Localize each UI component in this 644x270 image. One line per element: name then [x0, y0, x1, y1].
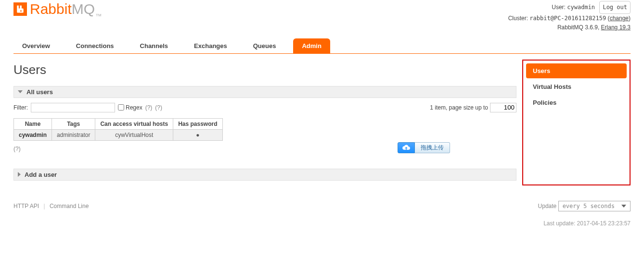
last-update-value: 2017-04-15 23:23:57 — [577, 220, 631, 227]
brand-tm: TM — [95, 13, 102, 17]
section-add-user-toggle[interactable]: Add a user — [13, 169, 516, 181]
last-update-label: Last update: — [543, 220, 575, 227]
filter-input[interactable] — [31, 103, 115, 112]
chevron-down-icon — [18, 90, 23, 93]
admin-sidebar: Users Virtual Hosts Policies — [522, 60, 631, 185]
table-row[interactable]: cywadmin administrator cywVirtualHost ● — [14, 129, 223, 140]
users-table: Name Tags Can access virtual hosts Has p… — [13, 118, 223, 141]
cmdline-link[interactable]: Command Line — [50, 203, 89, 209]
sidebar-item-vhosts[interactable]: Virtual Hosts — [526, 79, 627, 94]
tab-channels[interactable]: Channels — [131, 38, 177, 53]
col-tags[interactable]: Tags — [52, 118, 95, 129]
change-link[interactable]: change — [610, 15, 629, 22]
tab-connections[interactable]: Connections — [67, 38, 123, 53]
regex-checkbox-label[interactable]: Regex — [118, 104, 142, 111]
tab-admin[interactable]: Admin — [293, 38, 330, 53]
update-interval-select[interactable]: every 5 seconds — [558, 201, 631, 211]
drag-upload-text: 拖拽上传 — [415, 142, 450, 153]
col-vhosts[interactable]: Can access virtual hosts — [95, 118, 173, 129]
section-add-user-title: Add a user — [25, 171, 57, 178]
sidebar-item-users[interactable]: Users — [526, 63, 627, 78]
brand-text: RabbitMQTM — [30, 1, 102, 17]
section-all-users-toggle[interactable]: All users — [13, 86, 516, 98]
section-all-users-title: All users — [26, 88, 53, 96]
rabbitmq-icon — [13, 2, 27, 16]
drag-upload-widget[interactable]: 拖拽上传 — [398, 142, 450, 153]
brand-mq: MQ — [72, 1, 95, 17]
tab-queues[interactable]: Queues — [245, 38, 285, 53]
version-text: RabbitMQ 3.6.9, — [557, 24, 601, 31]
erlang-link[interactable]: Erlang 19.3 — [601, 24, 631, 31]
brand-logo: RabbitMQTM — [13, 1, 102, 17]
update-label: Update — [538, 203, 557, 209]
help-icon[interactable]: (?) — [145, 104, 153, 111]
item-count-text: 1 item, page size up to — [430, 104, 488, 111]
tab-overview[interactable]: Overview — [13, 38, 59, 53]
col-name[interactable]: Name — [14, 118, 52, 129]
cell-vhosts: cywVirtualHost — [95, 129, 173, 140]
brand-rabbit: Rabbit — [30, 1, 72, 17]
update-interval-value: every 5 seconds — [563, 203, 615, 209]
filter-label: Filter: — [13, 104, 28, 111]
user-name: cywadmin — [567, 4, 595, 11]
http-api-link[interactable]: HTTP API — [13, 203, 39, 209]
sidebar-item-policies[interactable]: Policies — [526, 95, 627, 110]
footer-links: HTTP API | Command Line — [13, 203, 89, 209]
cell-password: ● — [173, 129, 222, 140]
tab-exchanges[interactable]: Exchanges — [185, 38, 236, 53]
cluster-name: rabbit@PC-201611282159 — [529, 15, 606, 22]
cell-tags: administrator — [52, 129, 95, 140]
help-icon[interactable]: (?) — [155, 104, 162, 111]
logout-button[interactable]: Log out — [599, 1, 631, 14]
page-title: Users — [13, 62, 516, 77]
regex-label-text: Regex — [126, 104, 142, 111]
cell-name: cywadmin — [14, 129, 52, 140]
col-password[interactable]: Has password — [173, 118, 222, 129]
page-size-input[interactable] — [490, 103, 516, 112]
separator: | — [43, 203, 45, 209]
header-info: User: cywadmin Log out Cluster: rabbit@P… — [508, 1, 631, 33]
chevron-down-icon — [621, 205, 626, 208]
main-nav: Overview Connections Channels Exchanges … — [13, 38, 631, 54]
chevron-right-icon — [18, 172, 21, 177]
regex-checkbox[interactable] — [118, 104, 124, 110]
user-label: User: — [552, 4, 566, 11]
cloud-upload-icon — [398, 142, 415, 153]
cluster-label: Cluster: — [508, 15, 528, 22]
